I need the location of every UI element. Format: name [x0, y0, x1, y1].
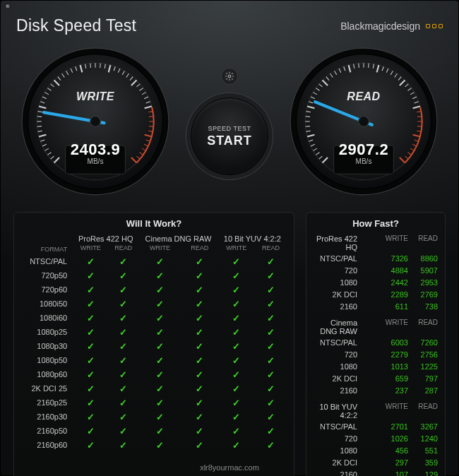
check-icon: ✓: [267, 327, 275, 338]
svg-line-93: [369, 64, 369, 68]
check-icon: ✓: [267, 313, 275, 323]
check-cell: ✓: [218, 325, 255, 339]
check-cell: ✓: [138, 268, 181, 282]
check-cell: ✓: [73, 395, 108, 410]
check-cell: ✓: [218, 311, 255, 325]
hf-write-value: 1013: [378, 361, 408, 373]
check-cell: ✓: [181, 410, 218, 424]
check-icon: ✓: [156, 285, 164, 295]
check-icon: ✓: [232, 412, 240, 422]
check-cell: ✓: [181, 353, 218, 367]
table-row: 2160p30✓✓✓✓✓✓: [21, 410, 287, 424]
hf-read-value: 738: [408, 301, 438, 313]
hf-row-name: 720: [314, 433, 378, 445]
hf-col-header: WRITE: [378, 403, 408, 420]
check-cell: ✓: [108, 395, 138, 410]
check-icon: ✓: [196, 270, 203, 281]
check-icon: ✓: [196, 355, 203, 366]
wiw-group-header: Cinema DNG RAW: [138, 233, 217, 244]
check-cell: ✓: [255, 395, 287, 410]
hf-read-value: 1225: [408, 361, 438, 373]
check-icon: ✓: [267, 426, 275, 436]
check-icon: ✓: [87, 313, 95, 323]
hf-group-name: Cinema DNG RAW: [314, 319, 378, 335]
check-icon: ✓: [119, 256, 127, 267]
check-icon: ✓: [119, 426, 127, 436]
check-icon: ✓: [119, 327, 127, 338]
hf-read-value: 2953: [408, 277, 438, 289]
check-cell: ✓: [181, 325, 218, 339]
hf-row-name: 2160: [314, 385, 378, 397]
check-icon: ✓: [156, 341, 164, 352]
check-icon: ✓: [232, 369, 240, 380]
check-cell: ✓: [181, 381, 218, 395]
check-cell: ✓: [138, 254, 181, 268]
check-icon: ✓: [196, 398, 203, 408]
hf-read-value: 797: [408, 373, 438, 385]
check-cell: ✓: [255, 410, 287, 424]
wiw-group-header: ProRes 422 HQ: [73, 233, 138, 244]
check-cell: ✓: [138, 438, 181, 452]
svg-line-13: [37, 117, 42, 117]
check-cell: ✓: [73, 381, 108, 395]
check-icon: ✓: [267, 299, 275, 309]
check-icon: ✓: [196, 369, 203, 380]
check-cell: ✓: [181, 424, 218, 438]
check-icon: ✓: [87, 398, 95, 408]
check-icon: ✓: [156, 256, 164, 267]
check-icon: ✓: [87, 355, 95, 366]
check-icon: ✓: [87, 327, 95, 338]
check-cell: ✓: [138, 381, 181, 395]
check-icon: ✓: [119, 440, 127, 451]
check-cell: ✓: [255, 438, 287, 452]
hf-row-name: NTSC/PAL: [314, 337, 378, 349]
check-icon: ✓: [87, 299, 95, 309]
check-cell: ✓: [181, 395, 218, 410]
check-cell: ✓: [218, 410, 255, 424]
table-row: 1080i60✓✓✓✓✓✓: [21, 311, 287, 325]
gear-icon[interactable]: [221, 68, 238, 85]
hf-row-name: 2K DCI: [314, 457, 378, 469]
hf-write-value: 659: [378, 373, 408, 385]
check-cell: ✓: [181, 438, 218, 452]
check-icon: ✓: [87, 270, 95, 281]
hf-row: 1080 456 551: [314, 445, 438, 457]
check-cell: ✓: [218, 381, 255, 395]
check-icon: ✓: [232, 426, 240, 436]
hf-row: 2K DCI 659 797: [314, 373, 438, 385]
check-cell: ✓: [108, 424, 138, 438]
check-cell: ✓: [255, 424, 287, 438]
hf-row: 1080 2442 2953: [314, 277, 438, 289]
check-icon: ✓: [232, 383, 240, 394]
check-cell: ✓: [218, 254, 255, 268]
check-cell: ✓: [255, 254, 287, 268]
check-cell: ✓: [138, 424, 181, 438]
start-label: START: [207, 133, 252, 148]
check-icon: ✓: [87, 426, 95, 436]
hf-group: ProRes 422 HQ WRITE READ NTSC/PAL 7326 8…: [314, 233, 438, 313]
check-icon: ✓: [119, 412, 127, 422]
check-icon: ✓: [196, 412, 203, 422]
start-button[interactable]: SPEED TEST START: [191, 97, 268, 175]
check-cell: ✓: [181, 367, 218, 381]
wiw-format-cell: 720p50: [21, 268, 73, 282]
wiw-format-header: FORMAT: [21, 244, 73, 254]
check-icon: ✓: [267, 270, 275, 281]
check-icon: ✓: [119, 341, 127, 352]
check-cell: ✓: [181, 311, 218, 325]
hf-row: 2160 237 287: [314, 385, 438, 397]
close-icon[interactable]: [5, 4, 11, 9]
hf-write-value: 237: [378, 385, 408, 397]
gauge-value: 2403.9: [71, 141, 120, 159]
check-icon: ✓: [267, 285, 275, 295]
check-cell: ✓: [218, 297, 255, 311]
check-cell: ✓: [73, 282, 108, 297]
wiw-sub-header: WRITE: [73, 244, 108, 254]
check-cell: ✓: [181, 282, 218, 297]
check-icon: ✓: [119, 270, 127, 281]
read-gauge: READ2907.2MB/s: [289, 47, 439, 196]
check-icon: ✓: [156, 313, 164, 323]
hf-read-value: 8860: [408, 253, 438, 265]
check-icon: ✓: [87, 341, 95, 352]
wiw-format-cell: 2160p25: [21, 395, 73, 410]
